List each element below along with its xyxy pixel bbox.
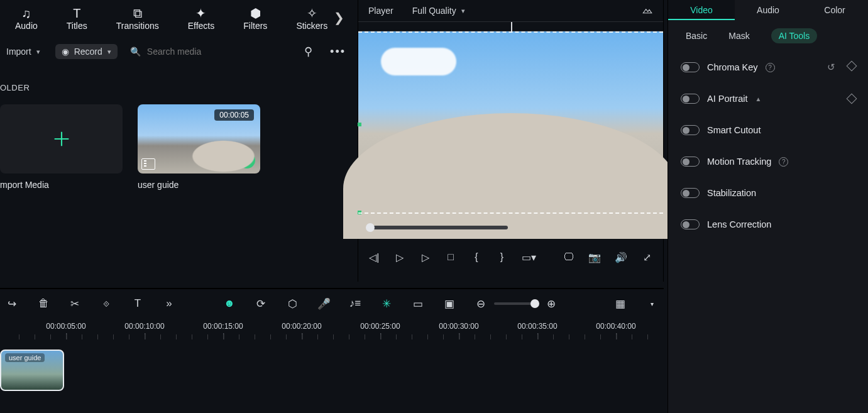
- more-menu-icon[interactable]: •••: [330, 45, 346, 58]
- help-icon[interactable]: ?: [779, 157, 788, 167]
- snapshot-mode-icon[interactable]: [642, 5, 653, 16]
- quality-dropdown[interactable]: Full Quality▾: [412, 6, 465, 16]
- chevron-down-icon: ▾: [36, 48, 40, 56]
- tab-filters[interactable]: ⬢Filters: [243, 7, 267, 31]
- play-icon[interactable]: ▷: [419, 251, 431, 263]
- reset-icon[interactable]: ↺: [827, 62, 835, 72]
- scrub-track[interactable]: [368, 226, 508, 229]
- timeline-clip[interactable]: user guide: [0, 350, 64, 391]
- speed-icon[interactable]: ⟳: [254, 297, 268, 311]
- media-clip-cell[interactable]: 00:00:05 user guide: [138, 104, 260, 190]
- split-icon[interactable]: ✂: [68, 297, 82, 311]
- toggle-stabilization[interactable]: [681, 188, 700, 198]
- volume-icon[interactable]: 🔊: [615, 251, 627, 263]
- delete-icon[interactable]: 🗑: [36, 297, 50, 310]
- crop-icon[interactable]: ⟐: [99, 297, 113, 310]
- redo-icon[interactable]: ↪: [5, 297, 19, 311]
- add-media-thumb[interactable]: [0, 104, 123, 173]
- zoom-in-icon[interactable]: ⊕: [544, 297, 558, 311]
- tab-effects[interactable]: ✦Effects: [188, 7, 215, 31]
- search-input[interactable]: [147, 47, 254, 57]
- preview-viewport[interactable]: [358, 31, 663, 214]
- keyframe-icon[interactable]: [847, 94, 857, 104]
- track-options-icon[interactable]: ▦: [613, 297, 627, 311]
- record-label: Record: [74, 47, 102, 57]
- import-bar: Import▾ ◉Record▾ 🔍 ⚲ •••: [0, 40, 352, 63]
- crop-handle-left[interactable]: [358, 123, 361, 126]
- text-icon: T: [73, 7, 80, 19]
- keyframe-panel-icon[interactable]: ▭: [411, 297, 425, 311]
- music-note-icon: ♫: [21, 7, 31, 19]
- player-tab-label: Player: [368, 6, 393, 16]
- crop-handle-bottom-left[interactable]: [358, 211, 361, 214]
- voiceover-mic-icon[interactable]: 🎤: [317, 297, 331, 311]
- search-media: 🔍: [130, 47, 254, 57]
- tab-titles[interactable]: TTitles: [67, 7, 87, 31]
- media-clip-label: user guide: [138, 180, 260, 190]
- tab-transitions[interactable]: ⧉Transitions: [116, 7, 159, 31]
- preview-art: [381, 48, 456, 75]
- inspector-tab-audio[interactable]: Audio: [735, 0, 801, 20]
- more-tabs-chevron-icon[interactable]: ❯: [334, 10, 344, 25]
- zoom-handle[interactable]: [530, 299, 539, 308]
- prev-frame-icon[interactable]: ◁|: [368, 251, 380, 263]
- record-button[interactable]: ◉Record▾: [55, 44, 118, 59]
- search-icon: 🔍: [130, 47, 141, 57]
- stop-icon[interactable]: □: [445, 251, 457, 263]
- help-icon[interactable]: ?: [766, 63, 775, 72]
- more-tools-icon[interactable]: »: [162, 297, 176, 310]
- ruler-tick: 00:00:15:00: [203, 322, 243, 331]
- tool-label: Smart Cutout: [707, 125, 761, 135]
- mark-in-icon[interactable]: {: [471, 251, 483, 263]
- zoom-out-icon[interactable]: ⊖: [474, 297, 488, 311]
- marker-shield-icon[interactable]: ⬡: [285, 297, 299, 311]
- timeline-clip-label: user guide: [5, 353, 45, 362]
- toggle-ai-portrait[interactable]: [681, 94, 700, 104]
- play-pause-icon[interactable]: ▷: [394, 251, 406, 263]
- aspect-menu-icon[interactable]: ▭▾: [522, 251, 536, 263]
- transitions-icon: ⧉: [133, 7, 142, 19]
- tab-stickers[interactable]: ✧Stickers: [296, 7, 327, 31]
- chevron-down-icon: ▾: [461, 7, 465, 15]
- tab-audio[interactable]: ♫Audio: [15, 7, 38, 31]
- zoom-track[interactable]: [494, 302, 538, 305]
- timeline-toolbar: ↪ 🗑 ✂ ⟐ T » ☻ ⟳ ⬡ 🎤 ♪≡ ✳ ▭ ▣ ⊖ ⊕ ▦ ▾: [0, 288, 664, 318]
- preview-art: [343, 113, 679, 239]
- player-ruler[interactable]: [358, 21, 663, 31]
- display-settings-icon[interactable]: 🖵: [563, 251, 575, 263]
- player-panel: Player Full Quality▾ 00:00:00:00 / 00:00…: [358, 0, 664, 282]
- ai-assistant-icon[interactable]: ☻: [222, 297, 236, 310]
- inspector-tab-video[interactable]: Video: [668, 0, 735, 20]
- tab-titles-label: Titles: [67, 21, 87, 31]
- render-icon[interactable]: ▣: [442, 297, 456, 311]
- keyframe-icon[interactable]: [847, 61, 857, 72]
- tool-ai-portrait: AI Portrait ▲: [668, 83, 868, 114]
- collapse-caret-icon[interactable]: ▲: [755, 96, 761, 102]
- import-button[interactable]: Import▾: [0, 44, 47, 59]
- scrub-handle[interactable]: [366, 223, 375, 232]
- subtab-ai-tools[interactable]: AI Tools: [771, 28, 818, 43]
- import-media-cell[interactable]: mport Media: [0, 104, 123, 190]
- timeline-ruler[interactable]: 00:00:05:00 00:00:10:00 00:00:15:00 00:0…: [0, 318, 664, 342]
- subtab-mask[interactable]: Mask: [728, 31, 749, 41]
- snapshot-icon[interactable]: 📷: [588, 251, 601, 263]
- mark-out-icon[interactable]: }: [496, 251, 508, 263]
- toggle-motion-tracking[interactable]: [681, 157, 700, 167]
- ruler-tick: 00:00:10:00: [124, 322, 164, 331]
- media-clip-thumb[interactable]: 00:00:05: [138, 104, 260, 173]
- timeline-menu-chevron-icon[interactable]: ▾: [645, 300, 659, 307]
- inspector-tabs: Video Audio Color: [668, 0, 868, 20]
- inspector-panel: Video Audio Color Basic Mask AI Tools Ch…: [667, 0, 868, 413]
- player-controls: ◁| ▷ ▷ □ { } ▭▾ 🖵 📷 🔊 ⤢: [358, 241, 663, 273]
- inspector-tab-color[interactable]: Color: [801, 0, 868, 20]
- filter-icon[interactable]: ⚲: [304, 45, 312, 58]
- fullscreen-icon[interactable]: ⤢: [641, 251, 653, 263]
- text-icon[interactable]: T: [131, 297, 145, 310]
- audio-beat-icon[interactable]: ♪≡: [348, 297, 362, 310]
- toggle-lens-correction[interactable]: [681, 219, 700, 229]
- toggle-smart-cutout[interactable]: [681, 125, 700, 135]
- auto-reframe-icon[interactable]: ✳: [380, 297, 393, 311]
- toggle-chroma-key[interactable]: [681, 62, 700, 72]
- playhead-icon[interactable]: [511, 22, 512, 32]
- subtab-basic[interactable]: Basic: [686, 31, 707, 41]
